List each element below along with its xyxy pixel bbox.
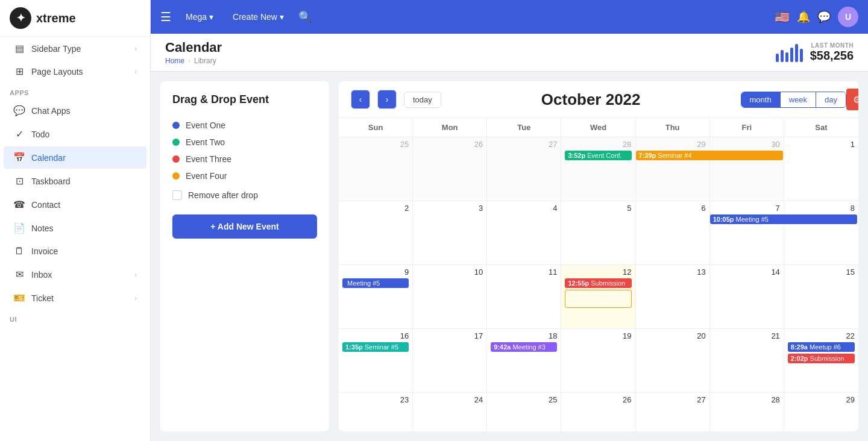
calendar-cell[interactable]: 161:35pSeminar #5	[339, 329, 413, 393]
sidebar-item-sidebar-type[interactable]: ▤ Sidebar Type ›	[4, 37, 146, 60]
prev-month-button[interactable]: ‹	[351, 90, 370, 109]
hamburger-menu-button[interactable]: ☰	[160, 10, 171, 24]
settings-fab-button[interactable]: ⚙	[846, 89, 858, 110]
create-new-button[interactable]: Create New ▾	[228, 10, 289, 24]
sidebar-item-calendar[interactable]: 📅 Calendar	[4, 146, 146, 169]
calendar-event[interactable]: 9:42aMeeting #3	[491, 342, 557, 352]
calendar-event[interactable]: 1:35pSeminar #5	[342, 342, 409, 352]
calendar-date: 26	[417, 140, 483, 149]
calendar-cell[interactable]: 6	[636, 201, 710, 265]
calendar-cell[interactable]: 297:39pSeminar #4	[636, 137, 710, 201]
user-avatar[interactable]: U	[838, 7, 858, 27]
event-list-item[interactable]: Event Three	[172, 154, 317, 164]
event-time: 12:55p	[568, 280, 589, 287]
calendar-cell[interactable]: 30	[710, 137, 784, 201]
calendar-cell[interactable]: 21	[710, 329, 784, 393]
calendar-cell[interactable]: 19	[561, 329, 635, 393]
sidebar-item-label: Calendar	[31, 153, 66, 163]
create-new-dropdown-icon: ▾	[280, 12, 284, 22]
breadcrumb-home[interactable]: Home	[165, 57, 184, 65]
chevron-right-icon: ›	[134, 45, 137, 53]
calendar-cell[interactable]: 28	[710, 393, 784, 431]
calendar-cell[interactable]: 25	[339, 137, 413, 201]
event-list-item[interactable]: Event Four	[172, 171, 317, 181]
remove-after-drop-checkbox[interactable]	[172, 190, 182, 200]
calendar-event[interactable]: 3:52pEvent Conf.	[565, 151, 631, 160]
day-view-button[interactable]: day	[816, 92, 846, 107]
calendar-cell[interactable]: 4	[487, 201, 561, 265]
calendar-cell[interactable]: 710:05pMeeting #5	[710, 201, 784, 265]
calendar-event[interactable]: 8:29aMeetup #6	[788, 342, 855, 352]
calendar-cell[interactable]: 29	[784, 393, 858, 431]
event-label: Event One	[186, 120, 225, 130]
chat-apps-icon: 💬	[13, 105, 25, 116]
calendar-cell[interactable]: 1212:55pSubmission	[561, 265, 635, 329]
calendar-date: 5	[565, 204, 631, 213]
logo-area: ✦ xtreme	[0, 0, 150, 37]
next-month-button[interactable]: ›	[377, 90, 397, 109]
calendar-cell[interactable]: 23	[339, 393, 413, 431]
calendar-cell[interactable]: 228:29aMeetup #62:02pSubmission	[784, 329, 858, 393]
calendar-event[interactable]: 12:55pSubmission	[565, 278, 631, 288]
notification-bell-icon[interactable]: 🔔	[797, 10, 810, 23]
calendar-event[interactable]: 7:39pSeminar #4	[636, 151, 783, 160]
sidebar-item-notes[interactable]: 📄 Notes	[4, 217, 146, 239]
calendar-cell[interactable]: 17	[413, 329, 487, 393]
calendar-cell[interactable]: 26	[413, 137, 487, 201]
calendar-event[interactable]	[565, 290, 631, 308]
calendar-cell[interactable]: 27	[487, 137, 561, 201]
ui-section-label: UI	[0, 310, 150, 325]
calendar-cell[interactable]: 9Meeting #5	[339, 265, 413, 329]
sidebar-item-ticket[interactable]: 🎫 Ticket ›	[4, 287, 146, 309]
sidebar-item-invoice[interactable]: 🗒 Invoice	[4, 240, 146, 262]
search-button[interactable]: 🔍	[298, 10, 312, 23]
calendar-event[interactable]: 10:05pMeeting #5	[710, 214, 857, 224]
event-time: 8:29a	[791, 343, 808, 351]
mega-menu-button[interactable]: Mega ▾	[181, 10, 218, 24]
calendar-cell[interactable]: 1	[784, 137, 858, 201]
language-flag-icon[interactable]: 🇺🇸	[775, 10, 790, 24]
calendar-event[interactable]: 2:02pSubmission	[788, 354, 855, 363]
week-view-button[interactable]: week	[781, 92, 816, 107]
calendar-event[interactable]: Meeting #5	[342, 278, 409, 288]
event-time: 1:35p	[345, 343, 363, 351]
calendar-date: 12	[565, 267, 631, 277]
calendar-cell[interactable]: 3	[413, 201, 487, 265]
calendar-cell[interactable]: 2	[339, 201, 413, 265]
calendar-cell[interactable]: 27	[636, 393, 710, 431]
event-list-item[interactable]: Event One	[172, 120, 317, 130]
revenue-widget: LAST MONTH $58,256	[776, 42, 854, 63]
calendar-cell[interactable]: 11	[487, 265, 561, 329]
calendar-cell[interactable]: 15	[784, 265, 858, 329]
event-name: Meetup #6	[810, 343, 841, 351]
calendar-cell[interactable]: 13	[636, 265, 710, 329]
add-new-event-button[interactable]: + Add New Event	[172, 214, 317, 239]
calendar-cell[interactable]: 20	[636, 329, 710, 393]
calendar-cell[interactable]: 10	[413, 265, 487, 329]
calendar-cell[interactable]: 14	[710, 265, 784, 329]
calendar-cell[interactable]: 189:42aMeeting #3	[487, 329, 561, 393]
calendar-cell[interactable]: 8	[784, 201, 858, 265]
calendar-cell[interactable]: 283:52pEvent Conf.	[561, 137, 635, 201]
sidebar-item-contact[interactable]: ☎ Contact	[4, 193, 146, 216]
sidebar-item-taskboard[interactable]: ⊡ Taskboard	[4, 170, 146, 192]
event-label: Event Four	[186, 171, 227, 181]
calendar-date: 24	[417, 395, 483, 404]
calendar-cell[interactable]: 26	[561, 393, 635, 431]
calendar-cell[interactable]: 5	[561, 201, 635, 265]
sidebar-item-chat-apps[interactable]: 💬 Chat Apps	[4, 99, 146, 122]
calendar-date: 28	[714, 395, 780, 404]
event-list-item[interactable]: Event Two	[172, 137, 317, 147]
sidebar-item-page-layouts[interactable]: ⊞ Page Layouts ›	[4, 60, 146, 83]
calendar-date: 18	[491, 331, 557, 340]
today-button[interactable]: today	[404, 92, 441, 108]
month-view-button[interactable]: month	[741, 92, 781, 107]
calendar-date: 1	[788, 140, 855, 149]
chat-icon[interactable]: 💬	[817, 10, 831, 23]
calendar-cell[interactable]: 24	[413, 393, 487, 431]
sidebar-item-inbox[interactable]: ✉ Inbox ›	[4, 263, 146, 286]
sidebar-item-todo[interactable]: ✓ Todo	[4, 123, 146, 145]
event-dot	[172, 155, 180, 163]
calendar-cell[interactable]: 25	[487, 393, 561, 431]
event-label: Event Two	[186, 137, 225, 147]
